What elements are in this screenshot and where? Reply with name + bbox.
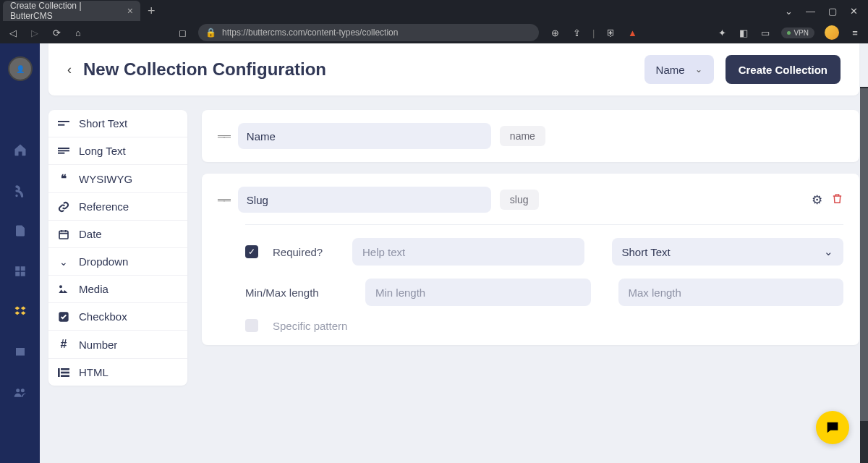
svg-rect-8 [61, 368, 69, 370]
reload-icon[interactable]: ⟳ [51, 27, 62, 38]
minimize-icon[interactable]: — [806, 6, 815, 17]
scrollbar[interactable] [860, 87, 868, 463]
name-dropdown[interactable]: Name ⌄ [644, 55, 714, 84]
panel-icon[interactable]: ◧ [738, 27, 749, 38]
pattern-checkbox[interactable] [245, 319, 258, 332]
fieldtype-long-text[interactable]: Long Text [48, 137, 187, 165]
field-card-slug: ══ slug ⚙ ✓ Required? [202, 174, 859, 345]
new-tab-button[interactable]: + [148, 4, 156, 19]
wallet-icon[interactable]: ▭ [760, 27, 771, 38]
fieldtype-label: Short Text [79, 117, 127, 129]
field-name-input[interactable] [238, 187, 491, 213]
fieldtype-short-text[interactable]: Short Text [48, 110, 187, 137]
quote-icon: ❝ [57, 172, 70, 185]
svg-rect-0 [58, 121, 69, 122]
extension-icon[interactable]: ✦ [716, 27, 728, 38]
svg-rect-2 [58, 148, 69, 149]
page-title: New Collection Configuration [83, 59, 326, 80]
help-text-input[interactable] [352, 238, 584, 266]
field-builder: ══ name ══ slug ⚙ [202, 110, 859, 345]
svg-rect-7 [58, 368, 60, 377]
fieldtype-dropdown[interactable]: ⌄Dropdown [48, 248, 187, 276]
drag-handle-icon[interactable]: ══ [218, 194, 229, 205]
fieldtype-checkbox[interactable]: Checkbox [48, 303, 187, 331]
fieldtype-wysiwyg[interactable]: ❝WYSIWYG [48, 165, 187, 193]
tab-bar: Create Collection | ButterCMS × + ⌄ — ▢ … [0, 0, 868, 22]
link-icon [57, 201, 70, 213]
field-type-select[interactable]: Short Text ⌄ [612, 238, 844, 266]
fieldtype-label: Media [79, 283, 109, 295]
close-tab-icon[interactable]: × [127, 5, 133, 17]
create-collection-button[interactable]: Create Collection [726, 55, 841, 84]
chat-button[interactable] [816, 411, 849, 444]
fieldtype-number[interactable]: #Number [48, 331, 187, 359]
zoom-icon[interactable]: ⊕ [549, 27, 561, 38]
grid-nav-icon[interactable] [12, 263, 28, 279]
fieldtype-label: Dropdown [79, 255, 128, 268]
maximize-icon[interactable]: ▢ [828, 6, 837, 17]
hash-icon: # [57, 338, 70, 351]
fieldtype-label: Long Text [79, 145, 126, 157]
html-icon [57, 368, 70, 377]
fieldtype-date[interactable]: Date [48, 221, 187, 248]
home-icon[interactable]: ⌂ [72, 27, 84, 38]
field-slug-badge: slug [500, 190, 539, 210]
forward-icon[interactable]: ▷ [29, 27, 41, 38]
chevron-down-icon: ⌄ [824, 245, 833, 258]
tab-title: Create Collection | ButterCMS [10, 1, 116, 21]
fieldtype-reference[interactable]: Reference [48, 193, 187, 221]
collections-nav-icon[interactable] [12, 304, 28, 320]
short-icon [57, 121, 70, 127]
fieldtype-label: Checkbox [79, 310, 127, 323]
page-header: ‹ New Collection Configuration Name ⌄ Cr… [48, 43, 859, 95]
menu-icon[interactable]: ≡ [849, 27, 861, 38]
app-root: 👤 ‹ New Collection Configuration Name ⌄ … [0, 43, 868, 463]
fieldtype-label: Reference [79, 200, 129, 213]
shield-icon[interactable]: ⛨ [605, 27, 616, 38]
fieldtype-label: WYSIWYG [79, 173, 132, 185]
svg-rect-9 [61, 371, 69, 373]
builder-body: Short TextLong Text❝WYSIWYGReferenceDate… [40, 95, 868, 463]
scrollbar-thumb[interactable] [860, 88, 868, 421]
profile-avatar[interactable] [825, 25, 839, 40]
chevron-down-icon[interactable]: ⌄ [785, 6, 793, 17]
chevron-down-icon: ⌄ [695, 64, 702, 75]
close-window-icon[interactable]: ✕ [850, 6, 858, 17]
drag-handle-icon[interactable]: ══ [218, 130, 229, 142]
user-avatar[interactable]: 👤 [8, 56, 33, 81]
back-button[interactable]: ‹ [67, 62, 72, 77]
vpn-badge[interactable]: VPN [781, 27, 814, 38]
field-card-name: ══ name [202, 110, 859, 162]
url-text: https://buttercms.com/content-types/coll… [222, 27, 398, 38]
browser-tab[interactable]: Create Collection | ButterCMS × [3, 1, 140, 21]
trash-icon[interactable] [831, 192, 843, 208]
svg-rect-5 [59, 231, 68, 239]
required-label: Required? [273, 246, 331, 258]
field-slug-badge: name [500, 126, 545, 146]
lock-icon: 🔒 [205, 27, 216, 38]
svg-rect-3 [58, 150, 69, 151]
window-controls: ⌄ — ▢ ✕ [785, 6, 868, 17]
nav-bar: ◁ ▷ ⟳ ⌂ ◻ 🔒 https://buttercms.com/conten… [0, 22, 868, 43]
back-icon[interactable]: ◁ [7, 27, 19, 38]
home-nav-icon[interactable] [12, 142, 28, 158]
fieldtype-html[interactable]: HTML [48, 359, 187, 386]
blog-nav-icon[interactable] [12, 182, 28, 198]
field-name-input[interactable] [238, 123, 491, 149]
chev-icon: ⌄ [57, 256, 70, 268]
share-icon[interactable]: ⇪ [571, 27, 582, 38]
users-nav-icon[interactable] [12, 385, 28, 401]
max-length-input[interactable] [618, 279, 844, 306]
bookmark-icon[interactable]: ◻ [176, 27, 188, 38]
pages-nav-icon[interactable] [12, 223, 28, 239]
svg-rect-4 [58, 152, 64, 153]
required-checkbox[interactable]: ✓ [245, 245, 258, 258]
field-type-list: Short TextLong Text❝WYSIWYGReferenceDate… [48, 110, 187, 386]
media-nav-icon[interactable] [12, 344, 28, 360]
fieldtype-media[interactable]: Media [48, 276, 187, 303]
brave-icon[interactable]: ▲ [626, 27, 638, 38]
min-length-input[interactable] [365, 279, 591, 306]
url-bar[interactable]: 🔒 https://buttercms.com/content-types/co… [198, 24, 539, 41]
fieldtype-label: Number [79, 339, 117, 351]
gear-icon[interactable]: ⚙ [812, 192, 822, 208]
